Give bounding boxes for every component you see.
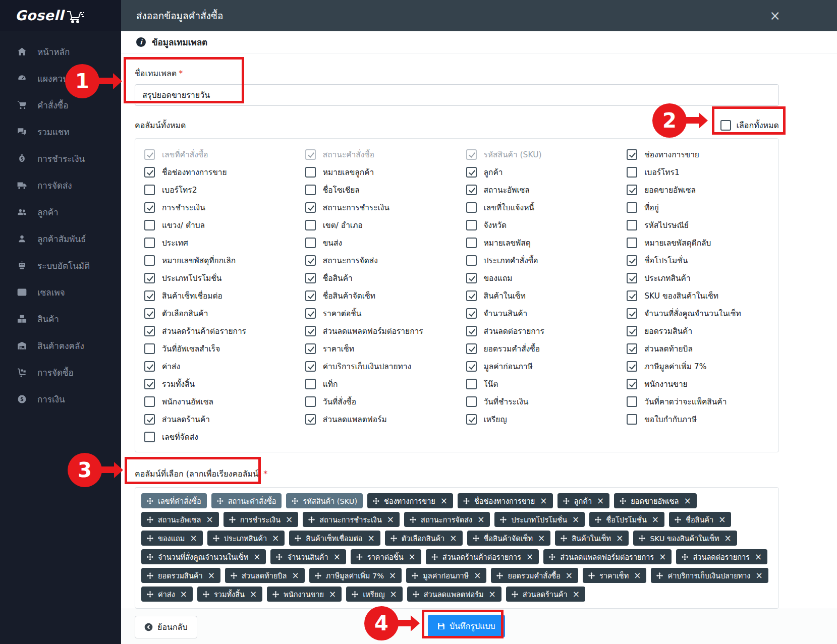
column-checkbox[interactable] bbox=[627, 308, 637, 319]
column-checkbox[interactable] bbox=[305, 326, 316, 336]
selected-column-chip[interactable]: SKU ของสินค้าในเซ็ท× bbox=[633, 531, 737, 546]
drag-move-icon[interactable] bbox=[675, 516, 681, 523]
remove-chip-icon[interactable]: × bbox=[597, 497, 604, 505]
remove-chip-icon[interactable]: × bbox=[634, 571, 641, 580]
column-checkbox[interactable] bbox=[144, 290, 155, 301]
sidebar-item[interactable]: หน้าหลัก bbox=[0, 38, 121, 65]
selected-column-chip[interactable]: สถานะการชำระเงิน× bbox=[303, 512, 400, 527]
save-template-button[interactable]: บันทึกรูปแบบ bbox=[428, 615, 505, 637]
drag-move-icon[interactable] bbox=[639, 535, 645, 542]
column-checkbox[interactable] bbox=[466, 185, 477, 195]
drag-move-icon[interactable] bbox=[229, 516, 236, 523]
drag-move-icon[interactable] bbox=[588, 572, 595, 579]
selected-column-chip[interactable]: มูลค่าก่อนภาษี× bbox=[406, 568, 486, 583]
column-checkbox[interactable] bbox=[466, 361, 477, 372]
selected-column-chip[interactable]: ยอดรวมคำสั่งซื้อ× bbox=[491, 568, 578, 583]
column-option[interactable]: ส่วนลดร้านค้าต่อรายการ bbox=[144, 322, 296, 340]
drag-move-icon[interactable] bbox=[147, 554, 153, 560]
drag-move-icon[interactable] bbox=[561, 535, 567, 542]
drag-move-icon[interactable] bbox=[308, 516, 315, 523]
sidebar-item[interactable]: การจัดส่ง bbox=[0, 172, 121, 199]
selected-column-chip[interactable]: ค่าบริการเก็บเงินปลายทาง× bbox=[651, 568, 768, 583]
sidebar-item[interactable]: รวมแชท bbox=[0, 119, 121, 145]
column-checkbox[interactable] bbox=[144, 414, 155, 425]
column-checkbox[interactable] bbox=[305, 238, 316, 248]
drag-move-icon[interactable] bbox=[147, 572, 153, 579]
column-option[interactable]: ขนส่ง bbox=[305, 234, 457, 252]
drag-move-icon[interactable] bbox=[292, 498, 298, 504]
column-checkbox[interactable] bbox=[144, 202, 155, 213]
remove-chip-icon[interactable]: × bbox=[718, 515, 726, 524]
column-checkbox[interactable] bbox=[144, 220, 155, 230]
column-option[interactable]: จำนวนที่สั่งคูณจำนวนในเซ็ท bbox=[627, 305, 778, 322]
select-all-checkbox[interactable] bbox=[720, 120, 731, 131]
column-checkbox[interactable] bbox=[466, 326, 477, 336]
drag-move-icon[interactable] bbox=[147, 516, 153, 523]
column-option[interactable]: ขอใบกำกับภาษี bbox=[627, 411, 778, 428]
column-checkbox[interactable] bbox=[627, 326, 637, 336]
sidebar-item[interactable]: เซลเพจ bbox=[0, 279, 121, 306]
selected-column-chip[interactable]: ยอดรวมสินค้า× bbox=[141, 568, 220, 583]
selected-column-chip[interactable]: ภาษีมูลค่าเพิ่ม 7%× bbox=[309, 568, 402, 583]
remove-chip-icon[interactable]: × bbox=[652, 515, 659, 524]
column-option[interactable]: หมายเลขพัสดุตีกลับ bbox=[627, 234, 778, 252]
sidebar-item[interactable]: สินค้า bbox=[0, 306, 121, 332]
column-option[interactable]: สินค้าเซ็ทเชื่อมต่อ bbox=[144, 287, 296, 305]
drag-move-icon[interactable] bbox=[373, 498, 379, 504]
selected-column-chip[interactable]: รหัสสินค้า (SKU) bbox=[286, 493, 363, 508]
remove-chip-icon[interactable]: × bbox=[573, 590, 580, 599]
drag-move-icon[interactable] bbox=[549, 554, 555, 560]
column-checkbox[interactable] bbox=[305, 290, 316, 301]
drag-move-icon[interactable] bbox=[295, 535, 301, 542]
selected-column-chip[interactable]: ค่าส่ง× bbox=[141, 587, 193, 602]
column-option[interactable]: ของแถม bbox=[466, 269, 618, 287]
selected-column-chip[interactable]: รวมทั้งสิ้น× bbox=[197, 587, 262, 602]
remove-chip-icon[interactable]: × bbox=[540, 497, 547, 505]
remove-chip-icon[interactable]: × bbox=[440, 497, 448, 505]
column-option[interactable]: ประเทศ bbox=[144, 234, 296, 252]
column-checkbox[interactable] bbox=[305, 343, 316, 354]
column-option[interactable]: ชื่อช่องทางการขาย bbox=[144, 163, 296, 181]
remove-chip-icon[interactable]: × bbox=[206, 515, 213, 524]
column-option[interactable]: เบอร์โทร1 bbox=[627, 163, 778, 181]
column-checkbox[interactable] bbox=[144, 308, 155, 319]
column-checkbox[interactable] bbox=[627, 185, 637, 195]
column-option[interactable]: ส่วนลดแพลตฟอร์มต่อรายการ bbox=[305, 322, 457, 340]
remove-chip-icon[interactable]: × bbox=[684, 497, 691, 505]
remove-chip-icon[interactable]: × bbox=[659, 553, 666, 561]
column-checkbox[interactable] bbox=[305, 396, 316, 407]
column-checkbox[interactable] bbox=[466, 220, 477, 230]
selected-column-chip[interactable]: จำนวนสินค้า× bbox=[270, 549, 346, 564]
selected-column-chip[interactable]: สถานะอัพเซล× bbox=[141, 512, 219, 527]
column-option[interactable]: วันที่คาดว่าจะแพ็คสินค้า bbox=[627, 393, 778, 411]
sidebar-item[interactable]: แผงควบคุม bbox=[0, 65, 121, 92]
column-option[interactable]: แขวง/ ตำบล bbox=[144, 216, 296, 234]
selected-column-chip[interactable]: เหรียญ× bbox=[346, 587, 402, 602]
column-option[interactable]: SKU ของสินค้าในเซ็ท bbox=[627, 287, 778, 305]
remove-chip-icon[interactable]: × bbox=[474, 571, 481, 580]
column-option[interactable]: สถานะอัพเซล bbox=[466, 181, 618, 199]
column-option[interactable]: ประเภทสินค้า bbox=[627, 269, 778, 287]
column-option[interactable]: เลขที่จัดส่ง bbox=[144, 428, 296, 446]
remove-chip-icon[interactable]: × bbox=[409, 553, 416, 561]
column-option[interactable]: เขต/ อำเภอ bbox=[305, 216, 457, 234]
column-checkbox[interactable] bbox=[627, 202, 637, 213]
drag-move-icon[interactable] bbox=[463, 498, 470, 504]
column-checkbox[interactable] bbox=[466, 273, 477, 283]
sidebar-item[interactable]: ลูกค้าสัมพันธ์ bbox=[0, 225, 121, 252]
column-checkbox[interactable] bbox=[466, 290, 477, 301]
remove-chip-icon[interactable]: × bbox=[272, 534, 279, 543]
column-checkbox[interactable] bbox=[627, 167, 637, 178]
drag-move-icon[interactable] bbox=[147, 498, 153, 504]
column-checkbox[interactable] bbox=[305, 255, 316, 266]
column-checkbox[interactable] bbox=[466, 414, 477, 425]
drag-move-icon[interactable] bbox=[496, 572, 503, 579]
column-checkbox[interactable] bbox=[305, 308, 316, 319]
column-checkbox[interactable] bbox=[144, 273, 155, 283]
column-checkbox[interactable] bbox=[305, 361, 316, 372]
column-option[interactable]: สถานะการจัดส่ง bbox=[305, 252, 457, 269]
column-option[interactable]: ชื่อสินค้าจัดเซ็ท bbox=[305, 287, 457, 305]
column-checkbox[interactable] bbox=[627, 414, 637, 425]
column-option[interactable]: ค่าส่ง bbox=[144, 358, 296, 375]
column-option[interactable]: รหัสไปรษณีย์ bbox=[627, 216, 778, 234]
